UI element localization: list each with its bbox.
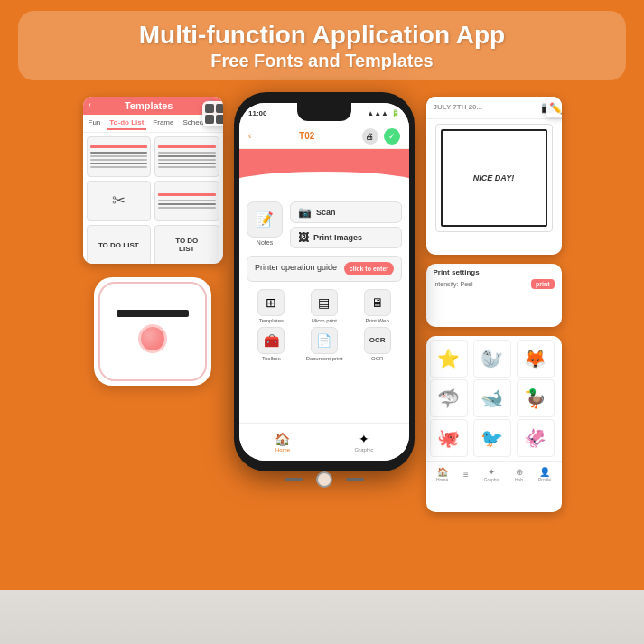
- ocr-icon: OCR: [364, 327, 391, 354]
- app-ocr[interactable]: OCR OCR: [352, 327, 402, 361]
- app-printweb[interactable]: 🖥 Print Web: [352, 289, 402, 323]
- status-time: 11:00: [248, 109, 266, 117]
- printer-guide-banner[interactable]: Printer operation guide click to enter: [247, 256, 402, 282]
- bnr-hub-label: Hub: [515, 477, 523, 482]
- notes-header: JULY 7TH 20... 📷: [426, 97, 562, 119]
- notes-icon-box[interactable]: 📝: [247, 201, 283, 238]
- drawing-starfish[interactable]: ⭐: [430, 340, 468, 378]
- drawing-bird[interactable]: 🐦: [473, 419, 511, 457]
- bnr-menu-icon: ≡: [463, 470, 469, 480]
- nice-day-text: NICE DAY!: [473, 173, 514, 182]
- notes-tablet: JULY 7TH 20... 📷 NICE DAY! ✏️: [426, 97, 562, 255]
- print-images-button[interactable]: 🖼 Print Images: [290, 227, 402, 248]
- printer-device: [94, 277, 211, 386]
- drawing-duck[interactable]: 🦆: [517, 379, 555, 417]
- print-button[interactable]: print: [531, 279, 555, 289]
- home-nav-label: Home: [275, 447, 290, 453]
- phone-home-btn[interactable]: [316, 471, 332, 488]
- bnr-graphic-label: Graphic: [484, 477, 500, 482]
- phone-back-btn[interactable]: [285, 478, 303, 481]
- bnr-home-icon: 🏠: [437, 467, 448, 477]
- grid-sq-1: [205, 104, 214, 113]
- printer-guide-text: Printer operation guide: [255, 263, 337, 274]
- template-cell-3[interactable]: ✂: [87, 181, 152, 221]
- nav-graphic[interactable]: ✦ Graphic: [354, 432, 373, 453]
- drawing-shark[interactable]: 🦈: [430, 379, 468, 417]
- scan-button[interactable]: 📷 Scan: [290, 201, 402, 223]
- app-templates[interactable]: ⊞ Templates: [247, 289, 296, 323]
- template-cell-2[interactable]: [154, 136, 219, 177]
- content-area: ‹ Templates 🔍 Fun To-do List Frame Sched…: [0, 88, 644, 644]
- bnr-home[interactable]: 🏠 Home: [436, 467, 448, 482]
- phone-recent-btn[interactable]: [346, 478, 364, 481]
- grid-sq-3: [205, 115, 214, 124]
- bnr-hub[interactable]: ⊕ Hub: [515, 467, 523, 482]
- template-cell-1[interactable]: [87, 136, 152, 177]
- drawing-whale[interactable]: 🐋: [473, 379, 511, 417]
- bnr-hub-icon: ⊕: [516, 467, 523, 477]
- bnr-profile[interactable]: 👤 Profile: [538, 467, 551, 482]
- signal-icon: ▲▲▲: [367, 109, 388, 117]
- header-banner: Multi-function Application App Free Font…: [18, 11, 626, 80]
- print-icon[interactable]: 🖨: [362, 128, 378, 145]
- drawing-grid: ⭐ 🦭 🦊 🦈 🐋 🦆 🐙 🐦 🦑: [426, 336, 562, 461]
- back-arrow-icon[interactable]: ‹: [248, 131, 251, 141]
- printer-button[interactable]: [138, 324, 167, 353]
- tab-frame[interactable]: Frame: [150, 117, 176, 130]
- drawing-seal[interactable]: 🦭: [473, 340, 511, 378]
- printer-slot: [117, 310, 189, 317]
- toolbox-icon: 🧰: [257, 327, 285, 354]
- bnr-graphic[interactable]: ✦ Graphic: [484, 467, 500, 482]
- scan-column: 📷 Scan 🖼 Print Images: [290, 201, 402, 248]
- header-title: Multi-function Application App: [36, 20, 608, 51]
- drawing-squid[interactable]: 🦑: [517, 419, 555, 457]
- template-cell-5[interactable]: TO DO LIST: [87, 225, 152, 264]
- print-intensity-label: Intensity: Peel: [434, 281, 473, 287]
- printer-body: [98, 282, 207, 381]
- tab-todolist[interactable]: To-do List: [107, 117, 146, 130]
- notes-icon: 📝: [256, 210, 274, 228]
- phone-bottom-buttons: [285, 471, 364, 488]
- docprint-label: Document print: [306, 356, 343, 361]
- edit-icon-badge[interactable]: ✏️: [546, 99, 562, 117]
- center-phone: 11:00 ▲▲▲ 🔋 ‹ T02 🖨 ✓: [234, 92, 415, 471]
- phone-content: 📝 Notes 📷 Scan: [239, 149, 409, 423]
- phone-frame: 11:00 ▲▲▲ 🔋 ‹ T02 🖨 ✓: [234, 92, 415, 471]
- ocr-label: OCR: [371, 356, 383, 361]
- bnr-profile-icon: 👤: [539, 467, 550, 477]
- battery-icon: 🔋: [391, 109, 400, 117]
- camera-icon: 📷: [298, 206, 312, 219]
- app-toolbox[interactable]: 🧰 Toolbox: [247, 327, 296, 361]
- nav-home[interactable]: 🏠 Home: [275, 432, 290, 453]
- print-settings-panel: Print settings Intensity: Peel print: [426, 264, 562, 327]
- toolbox-label: Toolbox: [262, 356, 281, 361]
- app-grid: ⊞ Templates ▤ Micro print 🖥 Print Web: [247, 289, 402, 361]
- print-images-label: Print Images: [313, 233, 362, 242]
- phone-top-title: T02: [299, 131, 314, 141]
- image-icon: 🖼: [298, 231, 309, 244]
- printweb-label: Print Web: [366, 318, 389, 323]
- notes-section: 📝 Notes: [247, 201, 283, 246]
- drawing-octopus[interactable]: 🐙: [430, 419, 468, 457]
- tab-fun[interactable]: Fun: [86, 117, 104, 130]
- drawings-tablet: ⭐ 🦭 🦊 🦈 🐋 🦆 🐙 🐦 🦑 🏠 Home: [426, 336, 562, 512]
- click-enter-button[interactable]: click to enter: [344, 262, 394, 275]
- right-column: JULY 7TH 20... 📷 NICE DAY! ✏️: [424, 97, 564, 512]
- templates-app-label: Templates: [259, 318, 284, 323]
- notes-content: NICE DAY!: [426, 119, 562, 237]
- template-cell-4[interactable]: [154, 181, 219, 221]
- microprint-label: Micro print: [312, 318, 337, 323]
- template-cell-6[interactable]: TO DOLIST: [154, 225, 219, 264]
- drawing-fox[interactable]: 🦊: [517, 340, 555, 378]
- grid-icon-overlay[interactable]: [202, 101, 223, 126]
- app-docprint[interactable]: 📄 Document print: [300, 327, 350, 361]
- templates-title: Templates: [91, 100, 207, 111]
- check-icon[interactable]: ✓: [384, 128, 400, 145]
- bnr-profile-label: Profile: [538, 477, 551, 482]
- notes-header-title: JULY 7TH 20...: [434, 103, 483, 111]
- app-microprint[interactable]: ▤ Micro print: [300, 289, 350, 323]
- bnr-menu[interactable]: ≡: [463, 470, 469, 480]
- printweb-icon: 🖥: [364, 289, 391, 316]
- print-settings-row: Intensity: Peel print: [434, 279, 555, 289]
- microprint-icon: ▤: [311, 289, 338, 316]
